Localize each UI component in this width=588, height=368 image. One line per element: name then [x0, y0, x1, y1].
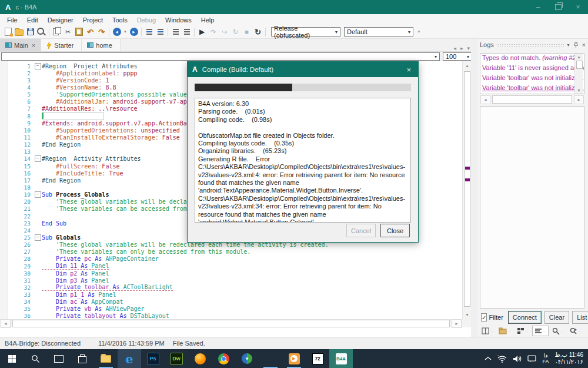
tab-scroll-left-icon[interactable]: ◂	[453, 45, 456, 51]
open-project-icon[interactable]	[14, 27, 24, 37]
scroll-right-icon[interactable]: ▸	[452, 319, 462, 328]
sevenzip-button[interactable]: 7z	[306, 349, 329, 368]
resume-icon[interactable]: ↷	[208, 27, 218, 37]
filter-checkbox[interactable]: ✓	[481, 313, 487, 321]
comment-icon[interactable]	[171, 27, 181, 37]
warnings-list[interactable]: Types do not match. (warning #22)Variabl…	[480, 53, 584, 94]
minimize-button[interactable]: –	[528, 0, 548, 14]
copy-icon[interactable]	[52, 27, 62, 37]
scroll-left-icon[interactable]: ◂	[1, 319, 11, 328]
store-button[interactable]	[71, 349, 94, 368]
code-line[interactable]: 36 Private tablayout As DSTabLayout	[7, 313, 462, 319]
back-history-dropdown-icon[interactable]: ▾	[123, 27, 128, 37]
libraries-tab[interactable]: ..	[480, 326, 495, 336]
code-line[interactable]: 32 Private toolbar As ACToolBarLight	[7, 284, 462, 291]
compile-log-output[interactable]: B4A version: 6.30Parsing code. (0.01s)Co…	[195, 98, 411, 223]
code-line[interactable]: 29 Dim 11 As Panel	[7, 263, 462, 270]
editor-vertical-scrollbar[interactable]: ▴ ▾	[462, 61, 471, 319]
step-into-icon[interactable]: ↪	[219, 27, 229, 37]
dreamweaver-button[interactable]: Dw	[165, 349, 188, 368]
modules-tab[interactable]: ..	[515, 326, 530, 336]
logs-panel-header[interactable]: Logs ▾ ×	[477, 39, 588, 51]
stop-icon[interactable]: ■	[242, 27, 252, 37]
logs-tab[interactable]: ..	[532, 326, 549, 336]
connect-button[interactable]: Connect	[508, 311, 542, 324]
horizontal-scroll-thumb[interactable]	[12, 320, 450, 327]
firefox-button[interactable]	[188, 349, 212, 368]
redo-icon[interactable]: ↷	[96, 27, 106, 37]
run-icon[interactable]: ▶	[197, 27, 207, 37]
code-line[interactable]: 31 Dim p3 As Panel	[7, 277, 462, 284]
list-permissions-button[interactable]: List Permissions	[572, 311, 588, 324]
cut-icon[interactable]: ✂	[63, 27, 73, 37]
restore-button[interactable]	[548, 0, 568, 14]
tab-list-dropdown-icon[interactable]: ▾	[467, 45, 470, 51]
module-member-combobox[interactable]: ▾	[1, 52, 440, 61]
undo-icon[interactable]: ↶	[85, 27, 95, 37]
fold-toggle[interactable]: −	[34, 191, 42, 198]
compile-dialog-title-bar[interactable]: A Compile (Build: Default) ×	[188, 62, 418, 77]
compile-icon[interactable]: ↻	[253, 27, 263, 37]
menu-windows[interactable]: Windows	[161, 15, 196, 25]
code-line[interactable]: 30 Dim p2 As Panel	[7, 270, 462, 277]
paste-icon[interactable]	[74, 27, 84, 37]
tab-scroll-right-icon[interactable]: ▸	[460, 45, 463, 51]
b4a-taskbar-button[interactable]: B4A	[329, 349, 353, 368]
step-over-icon[interactable]: ↻	[230, 27, 240, 37]
menu-edit[interactable]: Edit	[22, 15, 43, 25]
file-explorer-button[interactable]	[94, 349, 118, 368]
media-player-button[interactable]: ▶	[282, 349, 306, 368]
panel-drag-grip[interactable]	[497, 44, 564, 47]
pin-icon[interactable]	[573, 42, 579, 48]
find-references-tab[interactable]: ..	[550, 326, 566, 336]
save-icon[interactable]	[25, 27, 35, 37]
menu-designer[interactable]: Designer	[43, 15, 78, 25]
log-warning-entry[interactable]: Variable 'toolbar' was not initialized. …	[480, 84, 584, 94]
tab-starter[interactable]: Starter	[41, 39, 82, 51]
log-warning-entry[interactable]: Variable 'toolbar' was not initialized. …	[480, 74, 584, 84]
tab-home[interactable]: home	[82, 39, 121, 51]
scroll-right-icon[interactable]: ▸	[574, 95, 584, 104]
tray-clock[interactable]: 11:46 ب.ظ ۰۴/۱۱/۲۰۱۶	[554, 352, 583, 366]
fold-toggle[interactable]: −	[34, 234, 42, 241]
photoshop-button[interactable]: Ps	[141, 349, 165, 368]
menu-help[interactable]: Help	[196, 15, 219, 25]
indent-icon[interactable]	[144, 27, 154, 37]
outdent-icon[interactable]	[155, 27, 165, 37]
chrome-button[interactable]	[212, 349, 235, 368]
navigate-back-icon[interactable]: ◂	[112, 27, 122, 37]
edge-button[interactable]: e	[118, 349, 141, 368]
menu-file[interactable]: File	[2, 15, 22, 25]
vertical-scroll-thumb[interactable]	[464, 71, 470, 307]
code-line[interactable]: 33 Dim p1_1 As Panel	[7, 291, 462, 299]
idm-button[interactable]: ▾	[235, 349, 259, 368]
taskbar-search-button[interactable]	[24, 349, 47, 368]
build-mode-combobox[interactable]: Release (obfuscated) ▾	[271, 27, 340, 37]
find-icon[interactable]	[36, 27, 46, 37]
code-line[interactable]: 27 'These variables can only be accessed…	[7, 248, 462, 256]
task-view-button[interactable]	[47, 349, 71, 368]
log-warning-entry[interactable]: Variable '11' is never assigned any valu…	[480, 64, 584, 74]
scroll-thumb[interactable]	[576, 61, 583, 69]
start-button[interactable]	[0, 349, 24, 368]
editor-zoom-combobox[interactable]: 100 ▾	[443, 52, 472, 61]
log-output-area[interactable]	[480, 106, 584, 309]
log-warning-entry[interactable]: Types do not match. (warning #22)	[480, 54, 584, 64]
fold-toggle[interactable]: −	[34, 63, 42, 69]
editor-horizontal-scrollbar[interactable]: ◂ ▸	[0, 319, 462, 327]
language-indicator[interactable]: فا FA	[542, 353, 549, 364]
warnings-horizontal-scrollbar[interactable]: ◂ ▸	[480, 95, 584, 104]
tab-main[interactable]: Main×	[0, 39, 41, 51]
horizontal-scroll-thumb[interactable]	[492, 95, 572, 104]
scroll-left-icon[interactable]: ◂	[480, 95, 490, 104]
menu-tools[interactable]: Tools	[108, 15, 132, 25]
files-tab[interactable]: ..	[497, 326, 513, 336]
quick-search-tab[interactable]: ..	[568, 326, 583, 336]
code-line[interactable]: 35 Private vb As AHViewPager	[7, 306, 462, 313]
scroll-down-icon[interactable]: ▾	[463, 310, 472, 319]
scroll-down-icon[interactable]: ▾	[575, 87, 583, 94]
clear-button[interactable]: Clear	[544, 311, 569, 324]
menu-project[interactable]: Project	[78, 15, 108, 25]
fold-toggle[interactable]: −	[34, 155, 42, 162]
tab-close-icon[interactable]: ×	[32, 42, 35, 49]
